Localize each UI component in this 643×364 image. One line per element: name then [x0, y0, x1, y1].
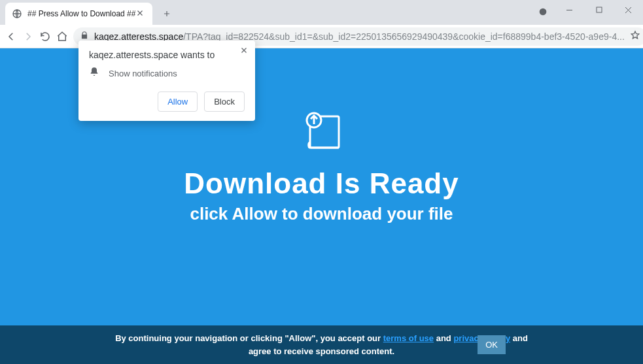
forward-button[interactable]	[22, 27, 34, 46]
new-tab-button[interactable]	[158, 5, 176, 23]
window-controls	[555, 0, 643, 20]
consent-text: By continuing your navigation or clickin…	[113, 332, 531, 357]
permission-label: Show notifications	[109, 69, 177, 78]
globe-icon	[12, 8, 22, 19]
browser-tab[interactable]: ## Press Allow to Download ##	[5, 3, 152, 25]
browser-titlebar: ## Press Allow to Download ##	[0, 0, 643, 25]
dialog-close-icon[interactable]	[239, 46, 249, 58]
dialog-origin-text: kaqez.atterests.space wants to	[89, 50, 245, 60]
block-button[interactable]: Block	[204, 91, 245, 112]
svg-point-1	[540, 8, 547, 16]
window-maximize-button[interactable]	[584, 0, 614, 20]
notification-permission-dialog: kaqez.atterests.space wants to Show noti…	[78, 41, 255, 121]
consent-footer: By continuing your navigation or clickin…	[0, 325, 643, 364]
terms-link[interactable]: terms of use	[383, 333, 434, 343]
home-button[interactable]	[56, 27, 68, 46]
bell-icon	[89, 67, 99, 80]
window-minimize-button[interactable]	[555, 0, 584, 20]
tab-title: ## Press Allow to Download ##	[27, 9, 135, 18]
reload-button[interactable]	[39, 27, 51, 46]
page-subheadline: click Allow to download your file	[0, 204, 643, 224]
consent-ok-button[interactable]: OK	[478, 335, 506, 354]
bookmark-star-icon[interactable]	[630, 30, 640, 43]
back-button[interactable]	[5, 27, 17, 46]
allow-button[interactable]: Allow	[158, 91, 198, 112]
tab-close-icon[interactable]	[135, 8, 146, 19]
page-headline: Download Is Ready	[0, 167, 643, 200]
incognito-badge-icon	[538, 7, 548, 17]
window-close-button[interactable]	[614, 0, 643, 20]
svg-rect-2	[597, 7, 602, 12]
